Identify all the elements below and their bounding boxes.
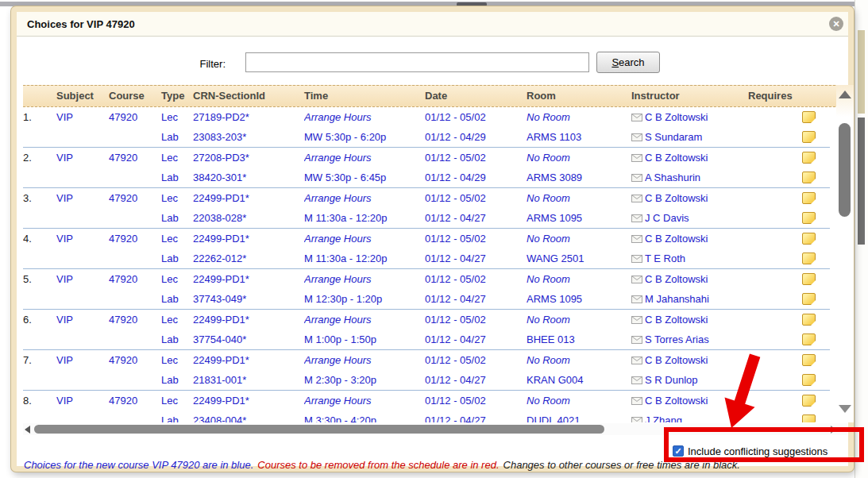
note-icon[interactable] xyxy=(802,314,816,326)
cell-date: 01/12 - 05/02 xyxy=(425,391,527,411)
note-icon[interactable] xyxy=(802,414,816,422)
mail-icon[interactable] xyxy=(631,397,642,405)
table-row[interactable]: 6.VIP47920Lec22499-PD1*Arrange Hours01/1… xyxy=(23,310,830,330)
row-index xyxy=(23,370,56,390)
table-row[interactable]: 1.VIP47920Lec27189-PD2*Arrange Hours01/1… xyxy=(23,107,830,127)
note-icon[interactable] xyxy=(802,212,816,224)
horizontal-scrollbar-thumb[interactable] xyxy=(34,425,604,434)
table-row[interactable]: Lab37754-040*M 1:00p - 1:50p01/12 - 04/2… xyxy=(23,330,830,349)
include-conflicting-checkbox[interactable]: ✓ xyxy=(673,445,684,457)
choice-group[interactable]: 3.VIP47920Lec22499-PD1*Arrange Hours01/1… xyxy=(23,188,830,229)
table-row[interactable]: 7.VIP47920Lec22499-PD1*Arrange Hours01/1… xyxy=(23,350,830,370)
filter-input[interactable] xyxy=(245,52,589,72)
cell-crn-sectionid: 22499-PD1* xyxy=(193,188,304,208)
table-row[interactable]: Lab21831-001*M 2:30p - 3:20p01/12 - 04/2… xyxy=(23,370,830,390)
mail-icon[interactable] xyxy=(631,336,642,344)
cell-course xyxy=(109,370,161,390)
note-icon[interactable] xyxy=(802,252,816,264)
mail-icon[interactable] xyxy=(631,235,642,243)
choice-group[interactable]: 4.VIP47920Lec22499-PD1*Arrange Hours01/1… xyxy=(23,229,830,269)
search-button[interactable]: Search xyxy=(596,52,660,73)
note-icon[interactable] xyxy=(802,233,816,245)
table-row[interactable]: Lab22262-012*M 11:30a - 12:20p01/12 - 04… xyxy=(23,249,830,268)
scroll-down-icon[interactable] xyxy=(839,405,851,413)
note-icon[interactable] xyxy=(802,374,816,386)
table-row[interactable]: 8.VIP47920Lec22499-PD1*Arrange Hours01/1… xyxy=(23,391,830,411)
cell-room: No Room xyxy=(527,391,631,411)
instructor-name: A Shashurin xyxy=(645,168,700,187)
vertical-scrollbar-thumb[interactable] xyxy=(839,123,851,217)
cell-time: MW 5:30p - 6:45p xyxy=(304,168,425,187)
close-icon[interactable]: ✕ xyxy=(829,17,843,31)
mail-icon[interactable] xyxy=(631,195,642,202)
cell-requires xyxy=(748,370,830,390)
cell-requires xyxy=(748,208,830,228)
cell-room: No Room xyxy=(527,310,631,330)
scroll-left-icon[interactable] xyxy=(25,426,30,434)
choice-group[interactable]: 2.VIP47920Lec27208-PD3*Arrange Hours01/1… xyxy=(23,148,830,188)
mail-icon[interactable] xyxy=(631,417,642,423)
cell-type: Lec xyxy=(161,350,193,370)
instructor-name: C B Zoltowski xyxy=(645,188,708,208)
table-row[interactable]: 4.VIP47920Lec22499-PD1*Arrange Hours01/1… xyxy=(23,229,830,249)
mail-icon[interactable] xyxy=(631,174,642,182)
note-icon[interactable] xyxy=(802,293,816,305)
table-row[interactable]: Lab23408-004*M 3:30p - 4:20p01/12 - 04/2… xyxy=(23,411,830,422)
note-icon[interactable] xyxy=(802,273,816,285)
note-icon[interactable] xyxy=(802,192,816,204)
mail-icon[interactable] xyxy=(631,316,642,324)
cell-course: 47920 xyxy=(109,188,161,208)
table-row[interactable]: Lab38420-301*MW 5:30p - 6:45p01/12 - 04/… xyxy=(23,168,830,187)
cell-time: Arrange Hours xyxy=(304,148,425,168)
cell-course: 47920 xyxy=(109,269,161,289)
note-icon[interactable] xyxy=(802,395,816,407)
note-icon[interactable] xyxy=(802,354,816,366)
cell-subject: VIP xyxy=(56,310,109,330)
mail-icon[interactable] xyxy=(631,295,642,303)
table-row[interactable]: 3.VIP47920Lec22499-PD1*Arrange Hours01/1… xyxy=(23,188,830,208)
mail-icon[interactable] xyxy=(631,133,642,141)
choice-group[interactable]: 1.VIP47920Lec27189-PD2*Arrange Hours01/1… xyxy=(23,107,830,148)
mail-icon[interactable] xyxy=(631,276,642,283)
cell-time: M 11:30a - 12:20p xyxy=(304,249,425,268)
row-index: 3. xyxy=(23,188,56,208)
mail-icon[interactable] xyxy=(631,255,642,263)
cell-room: ARMS 1095 xyxy=(527,208,631,228)
scroll-up-icon[interactable] xyxy=(839,91,851,98)
note-icon[interactable] xyxy=(802,152,816,164)
cell-requires xyxy=(748,350,830,370)
table-row[interactable]: Lab22038-028*M 11:30a - 12:20p01/12 - 04… xyxy=(23,208,830,228)
table-row[interactable]: Lab23083-203*MW 5:30p - 6:20p01/12 - 04/… xyxy=(23,127,830,147)
cell-type: Lab xyxy=(161,370,193,390)
vertical-scrollbar[interactable] xyxy=(836,85,854,422)
cell-room: KRAN G004 xyxy=(527,370,631,390)
table-row[interactable]: 2.VIP47920Lec27208-PD3*Arrange Hours01/1… xyxy=(23,148,830,168)
cell-date: 01/12 - 04/27 xyxy=(425,370,527,390)
table-row[interactable]: 5.VIP47920Lec22499-PD1*Arrange Hours01/1… xyxy=(23,269,830,289)
choice-group[interactable]: 5.VIP47920Lec22499-PD1*Arrange Hours01/1… xyxy=(23,269,830,310)
cell-course xyxy=(109,411,161,422)
cell-time: Arrange Hours xyxy=(304,269,425,289)
instructor-name: C B Zoltowski xyxy=(645,350,708,370)
table-row[interactable]: Lab37743-049*M 12:30p - 1:20p01/12 - 04/… xyxy=(23,289,830,309)
cell-subject xyxy=(56,370,109,390)
note-icon[interactable] xyxy=(802,131,816,143)
mail-icon[interactable] xyxy=(631,214,642,222)
column-header: Subject xyxy=(56,86,109,106)
choice-group[interactable]: 8.VIP47920Lec22499-PD1*Arrange Hours01/1… xyxy=(23,391,830,422)
choice-group[interactable]: 7.VIP47920Lec22499-PD1*Arrange Hours01/1… xyxy=(23,350,830,391)
cell-subject: VIP xyxy=(56,148,109,168)
note-icon[interactable] xyxy=(802,333,816,345)
cell-subject: VIP xyxy=(56,229,109,249)
cell-subject: VIP xyxy=(56,350,109,370)
mail-icon[interactable] xyxy=(631,376,642,384)
page: Choices for VIP 47920 ✕ Filter: Search S… xyxy=(0,0,868,478)
note-icon[interactable] xyxy=(802,111,816,123)
note-icon[interactable] xyxy=(802,172,816,183)
mail-icon[interactable] xyxy=(631,154,642,162)
choice-group[interactable]: 6.VIP47920Lec22499-PD1*Arrange Hours01/1… xyxy=(23,310,830,350)
mail-icon[interactable] xyxy=(631,114,642,121)
instructor-name: C B Zoltowski xyxy=(645,229,708,249)
cell-instructor: C B Zoltowski xyxy=(631,188,748,208)
mail-icon[interactable] xyxy=(631,357,642,364)
